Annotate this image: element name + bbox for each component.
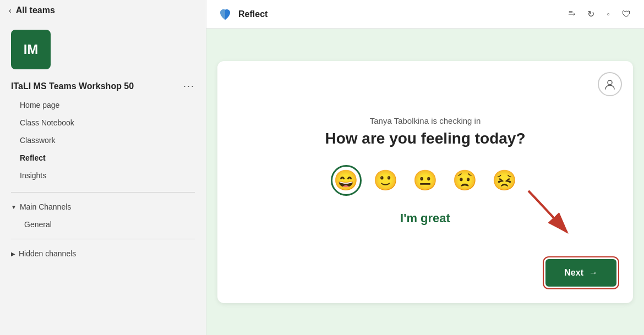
hidden-channels-label: Hidden channels bbox=[19, 249, 76, 258]
more-options-button[interactable]: ··· bbox=[183, 80, 195, 92]
sidebar-item-insights[interactable]: Insights bbox=[0, 167, 206, 184]
top-bar-left: Reflect bbox=[217, 7, 268, 22]
refresh-icon[interactable]: ↻ bbox=[585, 7, 597, 21]
audio-icon bbox=[604, 78, 616, 90]
emoji-row: 😄 🙂 😐 😟 😣 bbox=[331, 165, 520, 196]
main-channels-label: Main Channels bbox=[20, 202, 71, 211]
main-channels-section[interactable]: ▼ Main Channels bbox=[0, 198, 206, 216]
nav-items: Home page Class Notebook Classwork Refle… bbox=[0, 94, 206, 186]
emoji-bad[interactable]: 😣 bbox=[489, 165, 520, 196]
emoji-okay[interactable]: 😐 bbox=[410, 165, 441, 196]
globe-icon[interactable]: ◦ bbox=[604, 7, 612, 21]
expand-icon[interactable]: ⥱ bbox=[566, 7, 577, 21]
arrow-container bbox=[523, 185, 589, 243]
team-name-row: ITaLI MS Teams Workshop 50 ··· bbox=[0, 76, 206, 94]
expand-icon-2: ▶ bbox=[11, 251, 15, 257]
top-bar: Reflect ⥱ ↻ ◦ 🛡 bbox=[206, 0, 644, 29]
audio-button[interactable] bbox=[598, 72, 622, 96]
channel-general[interactable]: General bbox=[0, 216, 206, 233]
emoji-great[interactable]: 😄 bbox=[331, 165, 362, 196]
sidebar-item-homepage[interactable]: Home page bbox=[0, 96, 206, 114]
team-name: ITaLI MS Teams Workshop 50 bbox=[11, 81, 134, 91]
reflect-app-icon bbox=[217, 7, 233, 22]
emoji-good[interactable]: 🙂 bbox=[370, 165, 401, 196]
sidebar-item-classnotebook[interactable]: Class Notebook bbox=[0, 114, 206, 131]
sidebar-item-classwork[interactable]: Classwork bbox=[0, 131, 206, 149]
next-arrow-icon: → bbox=[589, 268, 598, 278]
next-btn-container: Next → bbox=[545, 259, 616, 287]
divider bbox=[11, 192, 195, 193]
sidebar: ‹ All teams IM ITaLI MS Teams Workshop 5… bbox=[0, 0, 206, 335]
svg-point-0 bbox=[608, 80, 612, 85]
divider-2 bbox=[11, 239, 195, 239]
main-content: Reflect ⥱ ↻ ◦ 🛡 Tanya Tabolkina is ch bbox=[206, 0, 644, 335]
team-avatar: IM bbox=[11, 30, 51, 69]
back-button[interactable]: ‹ All teams bbox=[0, 0, 206, 21]
checking-in-label: Tanya Tabolkina is checking in bbox=[370, 116, 481, 125]
arrow-graphic bbox=[523, 185, 589, 240]
hidden-channels-section[interactable]: ▶ Hidden channels bbox=[0, 245, 206, 262]
feeling-label: I'm great bbox=[400, 211, 450, 226]
top-bar-title: Reflect bbox=[238, 9, 268, 19]
back-icon: ‹ bbox=[9, 6, 12, 15]
content-area: Tanya Tabolkina is checking in How are y… bbox=[206, 29, 644, 335]
shield-icon[interactable]: 🛡 bbox=[620, 7, 633, 21]
emoji-worried[interactable]: 😟 bbox=[450, 165, 481, 196]
expand-icon: ▼ bbox=[11, 204, 17, 210]
reflect-card: Tanya Tabolkina is checking in How are y… bbox=[217, 61, 633, 303]
team-avatar-section: IM bbox=[0, 21, 206, 76]
all-teams-label: All teams bbox=[16, 6, 55, 15]
sidebar-item-reflect[interactable]: Reflect bbox=[0, 149, 206, 167]
main-question: How are you feeling today? bbox=[325, 130, 525, 147]
app-container: ‹ All teams IM ITaLI MS Teams Workshop 5… bbox=[0, 0, 644, 335]
top-bar-right: ⥱ ↻ ◦ 🛡 bbox=[566, 7, 633, 21]
next-button[interactable]: Next → bbox=[545, 259, 616, 287]
